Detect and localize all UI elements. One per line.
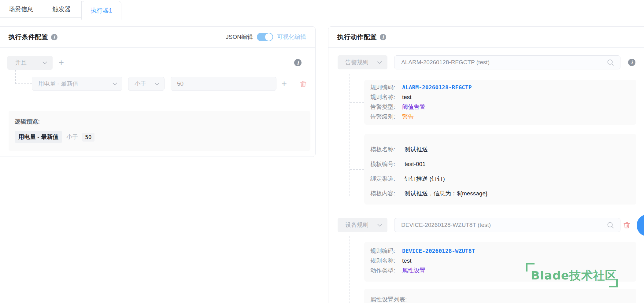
device-rule-type-value: 设备规则 bbox=[345, 221, 368, 229]
action-panel-title: 执行动作配置 bbox=[337, 33, 377, 41]
tab-scene-info-label: 场景信息 bbox=[9, 5, 33, 13]
detail-row: 模板名称: 测试推送 bbox=[364, 142, 636, 157]
condition-panel-header: 执行条件配置 JSON编辑 可视化编辑 bbox=[0, 27, 315, 48]
detail-value: 测试推送 bbox=[405, 142, 428, 157]
detail-row: 规则名称: test bbox=[364, 256, 636, 266]
delete-device-rule-icon[interactable] bbox=[623, 221, 631, 229]
device-rule-search bbox=[394, 218, 620, 232]
add-condition-group-button[interactable] bbox=[57, 56, 66, 70]
detail-row: 绑定渠道: 钉钉推送 (钉钉) bbox=[364, 172, 636, 186]
condition-config-panel: 执行条件配置 JSON编辑 可视化编辑 并且 用电量 - 最新值 bbox=[0, 26, 316, 157]
condition-operator-value: 小于 bbox=[135, 80, 146, 88]
action-panel-header: 执行动作配置 bbox=[328, 27, 644, 48]
tab-scene-info[interactable]: 场景信息 bbox=[0, 1, 42, 18]
tab-trigger-label: 触发器 bbox=[53, 5, 71, 13]
chevron-down-icon bbox=[43, 61, 47, 64]
chevron-down-icon bbox=[377, 61, 382, 64]
detail-value: 钉钉推送 (钉钉) bbox=[405, 172, 445, 186]
detail-row: 规则编码: DEVICE-20260128-WZUT8T bbox=[364, 246, 636, 256]
tab-executor-1[interactable]: 执行器1 bbox=[81, 1, 121, 20]
chevron-down-icon bbox=[113, 83, 117, 85]
detail-row: 告警级别: 警告 bbox=[364, 112, 636, 122]
executor-config-page: 场景信息 触发器 执行器1 执行条件配置 JSON编辑 可视化编辑 并且 bbox=[0, 0, 644, 303]
detail-label: 模板编号: bbox=[370, 157, 405, 172]
condition-field-value: 用电量 - 最新值 bbox=[38, 80, 78, 88]
alarm-tree-connector bbox=[350, 74, 350, 196]
detail-row: 模板编号: test-001 bbox=[364, 157, 636, 172]
logic-operator-select[interactable]: 并且 bbox=[7, 56, 53, 70]
edit-mode-switch[interactable] bbox=[257, 33, 273, 41]
alarm-rule-type-value: 告警规则 bbox=[345, 58, 368, 66]
delete-condition-icon[interactable] bbox=[299, 80, 307, 88]
rule-code-link[interactable]: ALARM-20260128-RFGCTP bbox=[402, 83, 472, 92]
group-info-icon[interactable] bbox=[294, 59, 302, 66]
detail-value: test-001 bbox=[405, 157, 426, 172]
detail-label: 规则名称: bbox=[370, 92, 402, 102]
json-edit-label: JSON编辑 bbox=[226, 33, 253, 41]
alarm-rule-detail-box: 规则编码: ALARM-20260128-RFGCTP 规则名称: test 告… bbox=[364, 80, 636, 125]
add-condition-button[interactable] bbox=[279, 77, 289, 91]
detail-label: 规则编码: bbox=[370, 83, 402, 92]
action-info-icon[interactable] bbox=[380, 34, 386, 40]
condition-operator-select[interactable]: 小于 bbox=[128, 77, 165, 91]
detail-row: 动作类型: 属性设置 bbox=[364, 266, 636, 275]
attribute-list-box: 属性设置列表: bbox=[364, 289, 636, 303]
detail-label: 模板名称: bbox=[370, 142, 405, 157]
condition-panel-title: 执行条件配置 bbox=[9, 33, 48, 41]
tree-connector-vertical bbox=[15, 70, 16, 84]
attribute-list-label: 属性设置列表: bbox=[370, 295, 407, 303]
device-rule-search-input[interactable] bbox=[394, 218, 620, 232]
detail-row: 属性设置列表: bbox=[364, 295, 636, 303]
detail-value: test bbox=[402, 256, 412, 266]
alarm-rule-search bbox=[394, 55, 620, 69]
detail-value: test bbox=[402, 92, 412, 102]
detail-row: 规则名称: test bbox=[364, 92, 636, 102]
detail-value: 测试推送，信息为：${message} bbox=[405, 186, 487, 201]
detail-label: 绑定渠道: bbox=[370, 172, 405, 186]
condition-field-select[interactable]: 用电量 - 最新值 bbox=[32, 77, 122, 91]
preview-field-chip: 用电量 - 最新值 bbox=[15, 131, 62, 143]
detail-row: 模板内容: 测试推送，信息为：${message} bbox=[364, 186, 636, 201]
switch-knob bbox=[265, 33, 272, 41]
search-icon[interactable] bbox=[606, 221, 614, 229]
visual-edit-label: 可视化编辑 bbox=[277, 33, 306, 41]
logic-operator-value: 并且 bbox=[15, 59, 27, 67]
logic-preview-expression: 用电量 - 最新值 小于 50 bbox=[15, 131, 304, 143]
device-tree-connector bbox=[350, 236, 350, 303]
preview-operator: 小于 bbox=[66, 133, 78, 141]
alarm-rule-type-select[interactable]: 告警规则 bbox=[338, 55, 387, 69]
device-rule-detail-box: 规则编码: DEVICE-20260128-WZUT8T 规则名称: test … bbox=[364, 242, 636, 282]
alarm-rule-search-input[interactable] bbox=[394, 55, 620, 69]
tab-trigger[interactable]: 触发器 bbox=[42, 1, 82, 18]
detail-row: 告警类型: 阈值告警 bbox=[364, 102, 636, 112]
condition-info-icon[interactable] bbox=[51, 34, 57, 40]
detail-label: 告警类型: bbox=[370, 102, 402, 112]
search-icon[interactable] bbox=[606, 58, 614, 66]
detail-label: 动作类型: bbox=[370, 266, 402, 275]
tree-connector-horizontal bbox=[15, 83, 32, 84]
tab-executor-1-label: 执行器1 bbox=[91, 6, 112, 15]
detail-label: 规则名称: bbox=[370, 256, 402, 266]
edit-mode-toggle-group: JSON编辑 可视化编辑 bbox=[226, 27, 306, 47]
logic-preview-label: 逻辑预览: bbox=[15, 118, 304, 126]
action-type-badge: 属性设置 bbox=[402, 266, 425, 275]
alarm-rule-info-icon[interactable] bbox=[628, 59, 635, 66]
preview-value-chip: 50 bbox=[82, 133, 94, 142]
rule-code-link[interactable]: DEVICE-20260128-WZUT8T bbox=[402, 246, 475, 256]
chevron-down-icon bbox=[155, 83, 159, 85]
detail-label: 模板内容: bbox=[370, 186, 405, 201]
chevron-down-icon bbox=[377, 224, 382, 227]
alarm-type-badge: 阈值告警 bbox=[402, 102, 425, 112]
logic-preview-box: 逻辑预览: 用电量 - 最新值 小于 50 bbox=[9, 111, 310, 151]
detail-label: 规则编码: bbox=[370, 246, 402, 256]
condition-value-input[interactable] bbox=[171, 77, 276, 91]
alarm-level-badge: 警告 bbox=[402, 112, 414, 122]
detail-label: 告警级别: bbox=[370, 112, 402, 122]
device-rule-type-select[interactable]: 设备规则 bbox=[338, 218, 387, 232]
action-config-panel: 执行动作配置 告警规则 规则编码: ALARM-20260128-RFGCT bbox=[328, 26, 644, 303]
detail-row: 规则编码: ALARM-20260128-RFGCTP bbox=[364, 83, 636, 92]
alarm-template-box: 模板名称: 测试推送 模板编号: test-001 绑定渠道: 钉钉推送 (钉钉… bbox=[364, 134, 636, 205]
